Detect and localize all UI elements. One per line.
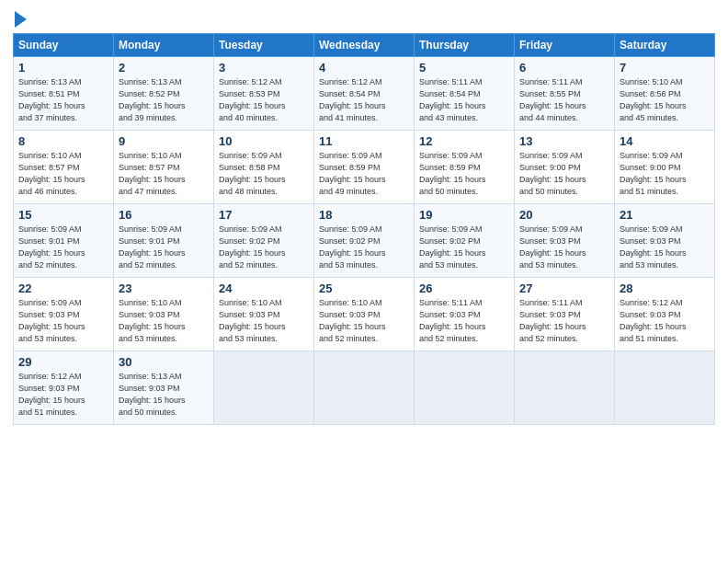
weekday-header: Saturday	[615, 34, 715, 57]
calendar-day-cell: 21Sunrise: 5:09 AM Sunset: 9:03 PM Dayli…	[615, 204, 715, 278]
day-number: 14	[620, 134, 710, 148]
day-info: Sunrise: 5:09 AM Sunset: 9:02 PM Dayligh…	[219, 224, 309, 271]
calendar-day-cell: 27Sunrise: 5:11 AM Sunset: 9:03 PM Dayli…	[515, 278, 615, 351]
calendar-day-cell: 29Sunrise: 5:12 AM Sunset: 9:03 PM Dayli…	[14, 351, 114, 425]
page: SundayMondayTuesdayWednesdayThursdayFrid…	[0, 0, 728, 563]
calendar-day-cell: 30Sunrise: 5:13 AM Sunset: 9:03 PM Dayli…	[114, 351, 214, 425]
day-number: 16	[119, 208, 209, 222]
day-info: Sunrise: 5:09 AM Sunset: 8:59 PM Dayligh…	[419, 150, 509, 198]
day-info: Sunrise: 5:10 AM Sunset: 9:03 PM Dayligh…	[119, 297, 209, 345]
calendar-day-cell	[415, 351, 515, 425]
day-info: Sunrise: 5:09 AM Sunset: 9:00 PM Dayligh…	[620, 150, 710, 198]
day-number: 4	[319, 61, 409, 75]
calendar-day-cell	[615, 351, 715, 425]
day-info: Sunrise: 5:12 AM Sunset: 8:54 PM Dayligh…	[319, 76, 409, 124]
day-info: Sunrise: 5:10 AM Sunset: 8:56 PM Dayligh…	[620, 76, 710, 124]
calendar-day-cell: 8Sunrise: 5:10 AM Sunset: 8:57 PM Daylig…	[14, 131, 114, 204]
day-info: Sunrise: 5:09 AM Sunset: 9:02 PM Dayligh…	[419, 224, 509, 271]
day-number: 3	[219, 61, 309, 75]
weekday-header: Thursday	[415, 34, 515, 57]
calendar-day-cell: 23Sunrise: 5:10 AM Sunset: 9:03 PM Dayli…	[114, 278, 214, 351]
weekday-header: Monday	[114, 34, 214, 57]
day-info: Sunrise: 5:11 AM Sunset: 8:54 PM Dayligh…	[419, 76, 509, 124]
calendar-day-cell: 26Sunrise: 5:11 AM Sunset: 9:03 PM Dayli…	[415, 278, 515, 351]
weekday-header: Sunday	[14, 34, 114, 57]
calendar-day-cell: 25Sunrise: 5:10 AM Sunset: 9:03 PM Dayli…	[314, 278, 415, 351]
calendar-week-row: 1Sunrise: 5:13 AM Sunset: 8:51 PM Daylig…	[14, 57, 715, 131]
calendar-header-row: SundayMondayTuesdayWednesdayThursdayFrid…	[14, 34, 715, 57]
calendar-day-cell: 10Sunrise: 5:09 AM Sunset: 8:58 PM Dayli…	[214, 131, 314, 204]
day-number: 22	[18, 282, 108, 295]
day-number: 13	[519, 134, 609, 148]
calendar-day-cell: 5Sunrise: 5:11 AM Sunset: 8:54 PM Daylig…	[415, 57, 515, 131]
day-info: Sunrise: 5:09 AM Sunset: 9:02 PM Dayligh…	[319, 224, 409, 271]
calendar-day-cell: 11Sunrise: 5:09 AM Sunset: 8:59 PM Dayli…	[314, 131, 415, 204]
day-info: Sunrise: 5:09 AM Sunset: 9:01 PM Dayligh…	[18, 224, 108, 271]
weekday-header: Tuesday	[214, 34, 314, 57]
day-number: 11	[319, 134, 409, 148]
day-info: Sunrise: 5:09 AM Sunset: 9:00 PM Dayligh…	[519, 150, 609, 198]
day-info: Sunrise: 5:12 AM Sunset: 8:53 PM Dayligh…	[219, 76, 309, 124]
calendar-table: SundayMondayTuesdayWednesdayThursdayFrid…	[13, 33, 715, 425]
calendar-week-row: 22Sunrise: 5:09 AM Sunset: 9:03 PM Dayli…	[14, 278, 715, 351]
day-info: Sunrise: 5:10 AM Sunset: 9:03 PM Dayligh…	[319, 297, 409, 345]
calendar-day-cell: 9Sunrise: 5:10 AM Sunset: 8:57 PM Daylig…	[114, 131, 214, 204]
day-info: Sunrise: 5:09 AM Sunset: 9:03 PM Dayligh…	[18, 297, 108, 345]
day-number: 17	[219, 208, 309, 222]
day-number: 20	[519, 208, 609, 222]
calendar-day-cell: 24Sunrise: 5:10 AM Sunset: 9:03 PM Dayli…	[214, 278, 314, 351]
day-number: 29	[18, 355, 108, 369]
day-info: Sunrise: 5:09 AM Sunset: 9:03 PM Dayligh…	[519, 224, 609, 271]
day-info: Sunrise: 5:11 AM Sunset: 8:55 PM Dayligh…	[519, 76, 609, 124]
day-info: Sunrise: 5:09 AM Sunset: 8:59 PM Dayligh…	[319, 150, 409, 198]
calendar-day-cell: 6Sunrise: 5:11 AM Sunset: 8:55 PM Daylig…	[515, 57, 615, 131]
day-info: Sunrise: 5:10 AM Sunset: 8:57 PM Dayligh…	[18, 150, 108, 198]
calendar-day-cell: 2Sunrise: 5:13 AM Sunset: 8:52 PM Daylig…	[114, 57, 214, 131]
day-info: Sunrise: 5:09 AM Sunset: 8:58 PM Dayligh…	[219, 150, 309, 198]
calendar-day-cell: 18Sunrise: 5:09 AM Sunset: 9:02 PM Dayli…	[314, 204, 415, 278]
day-info: Sunrise: 5:12 AM Sunset: 9:03 PM Dayligh…	[620, 297, 710, 345]
day-number: 5	[419, 61, 509, 75]
calendar-day-cell: 14Sunrise: 5:09 AM Sunset: 9:00 PM Dayli…	[615, 131, 715, 204]
calendar-week-row: 29Sunrise: 5:12 AM Sunset: 9:03 PM Dayli…	[14, 351, 715, 425]
day-number: 26	[419, 282, 509, 295]
day-info: Sunrise: 5:10 AM Sunset: 9:03 PM Dayligh…	[219, 297, 309, 345]
day-number: 28	[620, 282, 710, 295]
day-info: Sunrise: 5:11 AM Sunset: 9:03 PM Dayligh…	[419, 297, 509, 345]
calendar-week-row: 15Sunrise: 5:09 AM Sunset: 9:01 PM Dayli…	[14, 204, 715, 278]
day-number: 1	[18, 61, 108, 75]
day-number: 21	[620, 208, 710, 222]
day-number: 9	[119, 134, 209, 148]
day-number: 24	[219, 282, 309, 295]
day-info: Sunrise: 5:13 AM Sunset: 8:52 PM Dayligh…	[119, 76, 209, 124]
day-number: 15	[18, 208, 108, 222]
day-info: Sunrise: 5:09 AM Sunset: 9:01 PM Dayligh…	[119, 224, 209, 271]
day-info: Sunrise: 5:09 AM Sunset: 9:03 PM Dayligh…	[620, 224, 710, 271]
weekday-header: Friday	[515, 34, 615, 57]
calendar-day-cell	[314, 351, 415, 425]
day-number: 6	[519, 61, 609, 75]
calendar-day-cell: 22Sunrise: 5:09 AM Sunset: 9:03 PM Dayli…	[14, 278, 114, 351]
day-number: 18	[319, 208, 409, 222]
day-info: Sunrise: 5:10 AM Sunset: 8:57 PM Dayligh…	[119, 150, 209, 198]
day-info: Sunrise: 5:13 AM Sunset: 8:51 PM Dayligh…	[18, 76, 108, 124]
calendar-week-row: 8Sunrise: 5:10 AM Sunset: 8:57 PM Daylig…	[14, 131, 715, 204]
calendar-day-cell: 19Sunrise: 5:09 AM Sunset: 9:02 PM Dayli…	[415, 204, 515, 278]
calendar-day-cell: 15Sunrise: 5:09 AM Sunset: 9:01 PM Dayli…	[14, 204, 114, 278]
day-number: 19	[419, 208, 509, 222]
calendar-day-cell: 17Sunrise: 5:09 AM Sunset: 9:02 PM Dayli…	[214, 204, 314, 278]
calendar-day-cell: 28Sunrise: 5:12 AM Sunset: 9:03 PM Dayli…	[615, 278, 715, 351]
calendar-day-cell: 1Sunrise: 5:13 AM Sunset: 8:51 PM Daylig…	[14, 57, 114, 131]
logo	[13, 9, 27, 28]
day-number: 12	[419, 134, 509, 148]
day-info: Sunrise: 5:12 AM Sunset: 9:03 PM Dayligh…	[18, 371, 108, 419]
day-number: 25	[319, 282, 409, 295]
day-number: 7	[620, 61, 710, 75]
calendar-day-cell: 20Sunrise: 5:09 AM Sunset: 9:03 PM Dayli…	[515, 204, 615, 278]
calendar-day-cell	[214, 351, 314, 425]
day-number: 27	[519, 282, 609, 295]
header	[13, 9, 715, 28]
day-info: Sunrise: 5:11 AM Sunset: 9:03 PM Dayligh…	[519, 297, 609, 345]
day-info: Sunrise: 5:13 AM Sunset: 9:03 PM Dayligh…	[119, 371, 209, 419]
calendar-day-cell: 12Sunrise: 5:09 AM Sunset: 8:59 PM Dayli…	[415, 131, 515, 204]
